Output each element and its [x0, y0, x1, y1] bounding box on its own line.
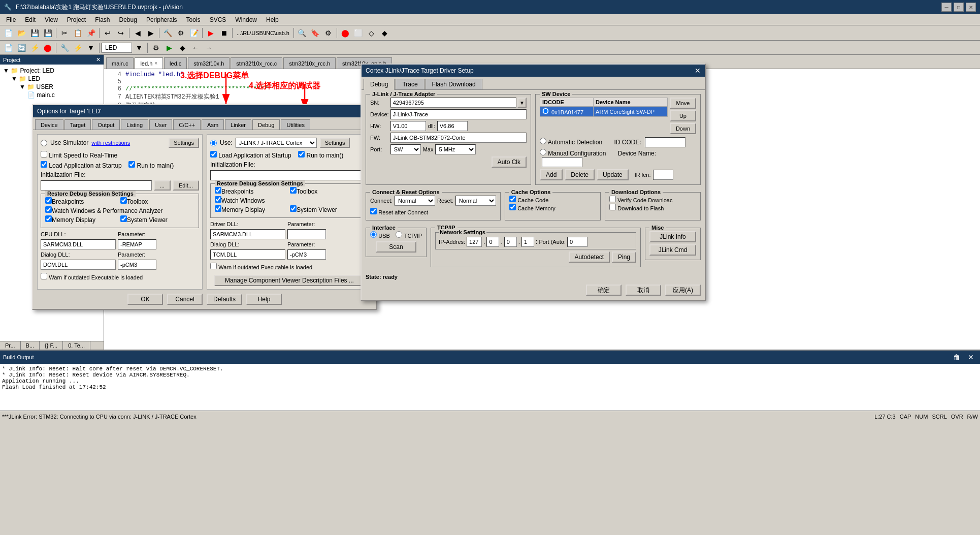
options-help-btn[interactable]: Help	[246, 294, 282, 305]
panel-tab-templ[interactable]: 0. Te...	[63, 341, 90, 350]
diamond-button[interactable]: ◆	[379, 27, 391, 39]
close-button[interactable]: ✕	[966, 3, 976, 12]
tb2-arrow[interactable]: ▼	[85, 42, 97, 53]
right-warn-check[interactable]	[210, 263, 217, 269]
delete-btn[interactable]: Delete	[565, 169, 595, 180]
ir-len-input[interactable]	[653, 170, 673, 180]
right-init-input[interactable]	[210, 170, 369, 180]
debugger-select[interactable]: J-LINK / J-TRACE Cortex	[236, 138, 317, 148]
config-button[interactable]: 🔧	[58, 42, 71, 53]
hw-input[interactable]	[390, 121, 426, 131]
sn-input[interactable]	[390, 98, 516, 108]
tb2-btn1[interactable]: 📄	[2, 42, 14, 53]
jlink-info-btn[interactable]: JLink Info	[649, 231, 696, 242]
tb2-right-arrow[interactable]: →	[203, 42, 215, 53]
redo-button[interactable]: ↪	[115, 27, 127, 39]
left-browse-btn[interactable]: ...	[154, 180, 171, 191]
tb2-settings[interactable]: ⚙	[150, 42, 162, 53]
menu-debug[interactable]: Debug	[115, 15, 141, 24]
find-button[interactable]: 🔍	[296, 27, 308, 39]
eraser-button[interactable]: ◇	[366, 27, 378, 39]
jlink-tab-trace[interactable]: Trace	[396, 79, 424, 89]
menu-peripherals[interactable]: Peripherals	[142, 15, 181, 24]
port-select[interactable]: SW	[390, 144, 421, 154]
right-mem-check[interactable]	[215, 205, 221, 212]
opt-tab-utilities[interactable]: Utilities	[281, 119, 310, 130]
left-load-check[interactable]	[41, 161, 47, 168]
flash-button[interactable]: ⚡	[72, 42, 84, 53]
opt-tab-linker[interactable]: Linker	[225, 119, 251, 130]
left-edit-btn[interactable]: Edit...	[173, 180, 199, 191]
right-dlg-param-input[interactable]	[287, 249, 326, 260]
right-toolbox-check[interactable]	[290, 187, 297, 194]
tab-ledh-close[interactable]: ×	[154, 60, 157, 66]
tab-ledh[interactable]: led.h×	[135, 57, 163, 69]
update-btn[interactable]: Update	[597, 169, 629, 180]
left-param1-input[interactable]	[118, 239, 156, 249]
opt-tab-debug[interactable]: Debug	[252, 119, 280, 130]
left-init-input[interactable]	[41, 180, 152, 191]
jlink-apply-btn[interactable]: 应用(A)	[665, 285, 701, 296]
right-watch-check[interactable]	[215, 196, 221, 203]
tab-mainc[interactable]: main.c	[106, 57, 134, 69]
menu-edit[interactable]: Edit	[21, 15, 40, 24]
opt-tab-cc[interactable]: C/C++	[173, 119, 201, 130]
cache-memory-check[interactable]	[509, 204, 516, 210]
maximize-button[interactable]: □	[954, 3, 964, 12]
ip-part4[interactable]	[521, 237, 534, 247]
dll-input[interactable]	[437, 121, 468, 131]
tb2-green[interactable]: ▶	[163, 42, 175, 53]
jlink-tab-flash[interactable]: Flash Download	[426, 79, 482, 89]
limit-speed-check[interactable]	[41, 151, 47, 158]
minimize-button[interactable]: ─	[941, 3, 952, 12]
up-btn[interactable]: Up	[670, 110, 696, 121]
tab-rcc-c[interactable]: stm32f10x_rcc.c	[231, 57, 282, 69]
add-btn[interactable]: Add	[540, 169, 563, 180]
stop-record-button[interactable]: ⬜	[352, 27, 365, 39]
port-input[interactable]	[567, 237, 587, 247]
menu-help[interactable]: Help	[262, 15, 283, 24]
build-all-button[interactable]: ⚙	[175, 27, 187, 39]
opt-tab-output[interactable]: Output	[92, 119, 120, 130]
tb2-left-arrow[interactable]: ←	[189, 42, 202, 53]
use-simulator-radio[interactable]	[41, 140, 47, 146]
sw-device-row[interactable]: 0x1BA01477 ARM CoreSight SW-DP	[540, 107, 668, 117]
settings-button[interactable]: ⚙	[322, 27, 335, 39]
right-bp-check[interactable]	[215, 187, 221, 194]
device-input[interactable]	[390, 109, 527, 119]
sn-dropdown-btn[interactable]: ▼	[517, 98, 527, 108]
menu-view[interactable]: View	[41, 15, 62, 24]
verify-code-check[interactable]	[609, 196, 616, 202]
device-name-input[interactable]	[542, 157, 582, 167]
left-warn-check[interactable]	[41, 273, 47, 279]
build-clear-button[interactable]: 🗑	[951, 352, 963, 363]
reset-after-check[interactable]	[370, 208, 377, 214]
record-button[interactable]: ⬤	[339, 27, 351, 39]
left-sv-check[interactable]	[120, 215, 127, 222]
left-dlg-dll-input[interactable]	[41, 260, 116, 270]
left-settings-btn[interactable]: Settings	[169, 138, 199, 148]
manual-config-radio[interactable]	[540, 149, 546, 155]
left-toolbox-check[interactable]	[120, 197, 127, 204]
cut-button[interactable]: ✂	[58, 27, 71, 39]
undo-button[interactable]: ↩	[102, 27, 114, 39]
tcpip-radio[interactable]	[396, 231, 402, 238]
ping-btn[interactable]: Ping	[612, 251, 636, 263]
right-drv-param-input[interactable]	[287, 229, 326, 239]
reset-select[interactable]: Normal	[455, 196, 496, 206]
jlink-cmd-btn[interactable]: JLink Cmd	[649, 244, 696, 256]
options-defaults-btn[interactable]: Defaults	[207, 294, 242, 305]
tree-user[interactable]: ▼ 📁 USER	[18, 83, 102, 91]
bookmark-button[interactable]: 🔖	[309, 27, 321, 39]
debug-stop-button[interactable]: ⏹	[218, 27, 230, 39]
tab-ledc[interactable]: led.c	[164, 57, 187, 69]
tb2-btn4[interactable]: ⬤	[42, 42, 54, 53]
max-select[interactable]: 5 MHz	[435, 144, 476, 154]
right-sv-check[interactable]	[290, 205, 297, 212]
opt-tab-user[interactable]: User	[149, 119, 172, 130]
tb2-btn3[interactable]: ⚡	[28, 42, 41, 53]
tab-rcc-h[interactable]: stm32f10x_rcc.h	[283, 57, 336, 69]
tree-led[interactable]: ▼ 📁 LED	[10, 75, 102, 83]
save-button[interactable]: 💾	[28, 27, 41, 39]
open-button[interactable]: 📂	[15, 27, 27, 39]
